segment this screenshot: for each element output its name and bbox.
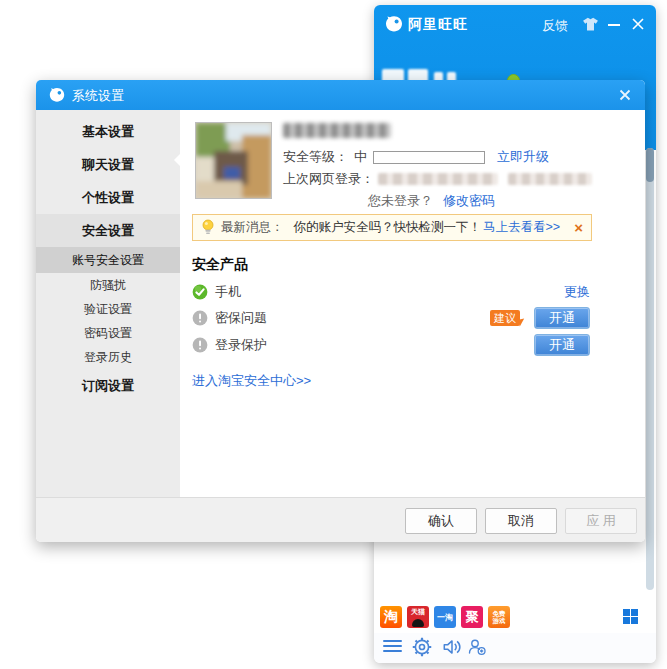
settings-dialog: 系统设置 基本设置 聊天设置 个性设置 安全设置 账号安全设置 防骚扰 验证设置…	[36, 80, 645, 542]
news-alert-bar: 最新消息： 你的账户安全吗？快快检测一下！ 马上去看看>> ×	[192, 214, 592, 241]
security-level-progressbar	[373, 151, 485, 164]
free-games-label: 免费游戏	[492, 610, 507, 624]
exclamation-circle-icon	[192, 337, 208, 353]
redacted-login-location	[508, 173, 592, 185]
suggestion-badge[interactable]: 建议	[490, 310, 520, 326]
settings-content: 安全等级： 中 立即升级 上次网页登录： 您未登录？ 修改密码	[180, 110, 645, 497]
taobao-icon[interactable]: 淘	[380, 606, 402, 628]
not-logged-in-text: 您未登录？	[368, 192, 433, 210]
product-label: 密保问题	[215, 309, 267, 327]
juhuasuan-label: 聚	[466, 608, 479, 626]
enable-security-question-button[interactable]: 开通	[534, 307, 590, 329]
taobao-security-center-link[interactable]: 进入淘宝安全中心>>	[192, 373, 311, 388]
alert-close-icon[interactable]: ×	[574, 220, 583, 235]
sidebar-item-basic[interactable]: 基本设置	[36, 115, 180, 148]
etao-icon[interactable]: 一淘	[434, 606, 456, 628]
tmall-icon[interactable]: 天猫	[407, 606, 429, 628]
sidebar: 基本设置 聊天设置 个性设置 安全设置 账号安全设置 防骚扰 验证设置 密码设置…	[36, 110, 180, 497]
juhuasuan-icon[interactable]: 聚	[461, 606, 483, 628]
cancel-button[interactable]: 取消	[485, 508, 557, 534]
sidebar-item-security[interactable]: 安全设置	[36, 214, 180, 247]
check-circle-icon	[192, 284, 208, 300]
close-icon[interactable]	[630, 16, 646, 32]
last-login-label: 上次网页登录：	[283, 170, 374, 188]
wangwang-logo-icon	[384, 14, 404, 34]
apply-button[interactable]: 应 用	[565, 508, 637, 534]
tmall-label: 天猫	[407, 607, 429, 617]
etao-label: 一淘	[437, 612, 453, 623]
sidebar-item-anti-harassment[interactable]: 防骚扰	[36, 273, 180, 297]
desktop: 阿里旺旺 反馈 淘 天猫	[0, 0, 667, 669]
upgrade-now-link[interactable]: 立即升级	[497, 148, 549, 166]
change-phone-link[interactable]: 更换	[564, 283, 590, 301]
dialog-footer: 确认 取消 应 用	[36, 497, 645, 542]
product-row-security-question: 密保问题 建议 开通	[192, 304, 592, 332]
go-check-link[interactable]: 马上去看看>>	[483, 219, 560, 236]
dialog-title: 系统设置	[72, 87, 124, 105]
product-label: 登录保护	[215, 336, 267, 354]
bottom-toolbar	[374, 633, 656, 663]
sidebar-item-subscription[interactable]: 订阅设置	[36, 369, 180, 402]
dialog-titlebar[interactable]: 系统设置	[36, 80, 645, 110]
redacted-login-time	[378, 173, 498, 185]
sidebar-item-account-security[interactable]: 账号安全设置	[36, 247, 180, 273]
avatar	[195, 122, 272, 199]
speaker-icon[interactable]	[441, 636, 463, 658]
confirm-button[interactable]: 确认	[405, 508, 477, 534]
sidebar-item-verification[interactable]: 验证设置	[36, 297, 180, 321]
wangwang-logo-icon	[48, 86, 66, 104]
product-row-login-protection: 登录保护 开通	[192, 331, 592, 359]
apps-grid-icon[interactable]	[623, 609, 630, 616]
security-products-heading: 安全产品	[192, 256, 248, 274]
lightbulb-icon	[201, 219, 215, 236]
alert-message: 你的账户安全吗？快快检测一下！	[294, 219, 482, 236]
minimize-icon[interactable]	[608, 16, 622, 32]
add-contact-icon[interactable]	[466, 636, 488, 658]
scrollbar-thumb[interactable]	[646, 148, 654, 182]
enable-login-protection-button[interactable]: 开通	[534, 334, 590, 356]
app-dock: 淘 天猫 一淘 聚 免费游戏	[374, 603, 656, 631]
product-label: 手机	[215, 283, 241, 301]
feedback-link[interactable]: 反馈	[542, 17, 568, 35]
shirt-icon[interactable]	[582, 16, 599, 32]
taobao-label: 淘	[384, 608, 398, 626]
exclamation-circle-icon	[192, 310, 208, 326]
wangwang-titlebar[interactable]: 阿里旺旺 反馈	[374, 5, 656, 43]
security-level-value: 中	[354, 148, 367, 166]
close-icon[interactable]	[617, 87, 633, 103]
sidebar-item-password[interactable]: 密码设置	[36, 321, 180, 345]
scrollbar-track[interactable]	[646, 148, 654, 590]
sidebar-item-chat[interactable]: 聊天设置	[36, 148, 180, 181]
security-level-label: 安全等级：	[283, 148, 348, 166]
gear-icon[interactable]	[411, 636, 433, 658]
free-games-icon[interactable]: 免费游戏	[488, 606, 510, 628]
sidebar-item-login-history[interactable]: 登录历史	[36, 345, 180, 369]
change-password-link[interactable]: 修改密码	[443, 192, 495, 210]
alert-prefix: 最新消息：	[221, 219, 284, 236]
menu-icon[interactable]	[382, 636, 404, 658]
redacted-username	[283, 123, 391, 138]
window-title: 阿里旺旺	[408, 16, 468, 34]
product-row-phone: 手机 更换	[192, 278, 592, 306]
sidebar-item-personal[interactable]: 个性设置	[36, 181, 180, 214]
